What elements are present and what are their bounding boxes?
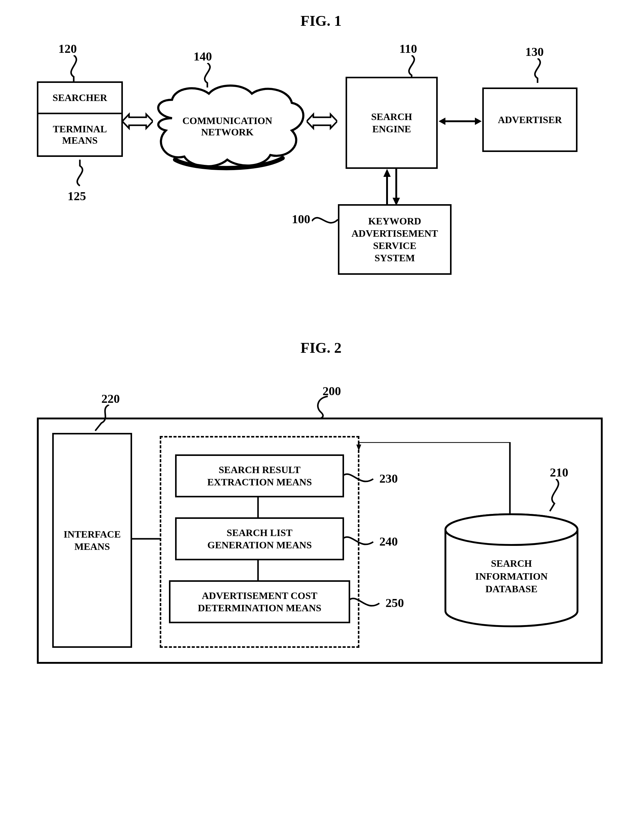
db-l3: DATABASE <box>485 583 538 594</box>
leader-130 <box>532 58 550 83</box>
label-250: 250 <box>386 596 404 610</box>
kass-l1: KEYWORD <box>368 215 421 227</box>
sre-l1: SEARCH RESULT <box>219 464 300 476</box>
fig2-diagram: 200 220 INTERFACE MEANS SEARCH RESULT EX… <box>12 381 630 719</box>
advertiser-box: ADVERTISER <box>482 87 577 152</box>
label-130: 130 <box>525 45 544 59</box>
advertiser-text: ADVERTISER <box>498 113 562 126</box>
sre-l2: EXTRACTION MEANS <box>208 476 312 488</box>
kass-l2: ADVERTISEMENT <box>352 227 438 240</box>
svg-marker-4 <box>475 118 481 125</box>
leader-240 <box>342 534 376 551</box>
terminal-cell: TERMINAL MEANS <box>38 113 122 155</box>
sre-box: SEARCH RESULT EXTRACTION MEANS <box>175 455 344 497</box>
fig1-diagram: 120 140 110 130 SEARCHER TERMINAL MEANS <box>12 32 630 339</box>
acd-l2: DETERMINATION MEANS <box>198 602 321 614</box>
label-125: 125 <box>68 189 86 203</box>
kass-l3: SERVICE <box>373 240 416 252</box>
fig2-title: FIG. 2 <box>12 339 630 356</box>
label-210: 210 <box>550 465 568 479</box>
kass-box: KEYWORD ADVERTISEMENT SERVICE SYSTEM <box>338 204 452 275</box>
label-120: 120 <box>58 42 77 56</box>
arrow-cloud-engine <box>306 110 337 132</box>
connector-sre-slg <box>256 496 259 517</box>
label-220: 220 <box>101 392 120 406</box>
leader-110 <box>405 55 424 80</box>
db-l2: INFORMATION <box>475 571 548 582</box>
db-l1: SEARCH <box>491 558 532 569</box>
terminal-text: TERMINAL MEANS <box>53 123 107 146</box>
leader-200 <box>309 395 333 419</box>
acd-box: ADVERTISEMENT COST DETERMINATION MEANS <box>169 580 350 623</box>
svg-marker-3 <box>439 118 446 125</box>
arrow-engine-kass <box>378 169 405 206</box>
svg-marker-1 <box>306 114 337 128</box>
svg-point-15 <box>446 514 577 545</box>
interface-l2: MEANS <box>75 541 110 553</box>
arrow-searcher-cloud <box>122 110 153 132</box>
svg-marker-6 <box>383 169 391 177</box>
leader-125 <box>74 160 92 187</box>
kass-l4: SYSTEM <box>374 252 415 264</box>
label-110: 110 <box>399 42 417 56</box>
search-engine-box: SEARCH ENGINE <box>345 77 438 169</box>
cloud-text: COMMUNICATION NETWORK <box>166 115 289 138</box>
arrow-engine-advertiser <box>439 115 481 128</box>
connector-interface-group <box>131 537 161 541</box>
searcher-terminal-box: SEARCHER TERMINAL MEANS <box>37 81 123 157</box>
leader-250 <box>349 596 383 612</box>
slg-l1: SEARCH LIST <box>227 526 292 539</box>
leader-120 <box>68 55 86 83</box>
cloud-line1: COMMUNICATION <box>182 115 272 126</box>
cloud-line2: NETWORK <box>201 126 254 138</box>
slg-l2: GENERATION MEANS <box>208 539 312 551</box>
label-140: 140 <box>193 49 212 63</box>
search-engine-l1: SEARCH <box>371 110 412 123</box>
cloud-box: COMMUNICATION NETWORK <box>148 81 307 175</box>
fig1-title: FIG. 1 <box>12 12 630 29</box>
svg-marker-0 <box>122 114 153 128</box>
interface-l1: INTERFACE <box>63 528 121 541</box>
interface-box: INTERFACE MEANS <box>52 433 132 648</box>
connector-slg-acd <box>256 559 259 580</box>
searcher-cell: SEARCHER <box>38 83 122 113</box>
acd-l1: ADVERTISEMENT COST <box>202 589 317 602</box>
svg-marker-12 <box>356 445 361 451</box>
database-text: SEARCH INFORMATION DATABASE <box>446 557 577 596</box>
label-100: 100 <box>292 212 310 226</box>
arrow-group-db <box>356 442 513 522</box>
label-240: 240 <box>379 534 398 549</box>
slg-box: SEARCH LIST GENERATION MEANS <box>175 517 344 560</box>
search-engine-l2: ENGINE <box>372 123 411 135</box>
leader-100 <box>312 214 339 229</box>
leader-210 <box>542 479 564 513</box>
